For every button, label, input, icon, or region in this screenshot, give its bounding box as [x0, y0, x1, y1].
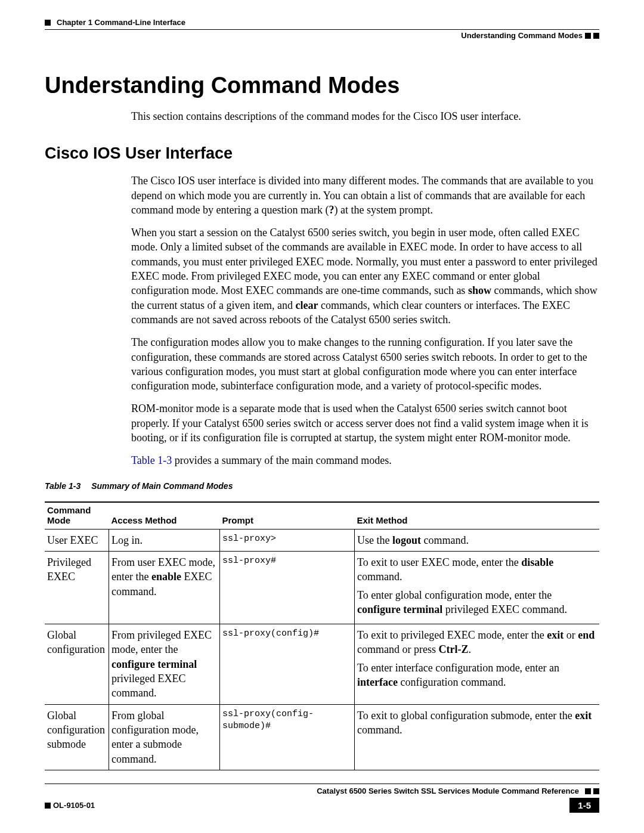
table-link[interactable]: Table 1-3 — [131, 454, 172, 466]
paragraph-1: The Cisco IOS user interface is divided … — [45, 174, 599, 217]
table-row: Privileged EXEC From user EXEC mode, ent… — [45, 551, 599, 624]
paragraph-4: ROM-monitor mode is a separate mode that… — [45, 401, 599, 445]
header-chapter: Chapter 1 Command-Line Interface — [57, 18, 185, 27]
intro-text: This section contains descriptions of th… — [45, 109, 599, 123]
th-mode: Command Mode — [45, 502, 109, 529]
table-row: Global configuration submode From global… — [45, 704, 599, 770]
table-row: User EXEC Log in. ssl-proxy> Use the log… — [45, 529, 599, 551]
paragraph-2: When you start a session on the Catalyst… — [45, 225, 599, 327]
page-title: Understanding Command Modes — [45, 73, 599, 98]
page-number: 1-5 — [569, 798, 599, 813]
header-section: Understanding Command Modes — [461, 31, 583, 40]
header-left: Chapter 1 Command-Line Interface — [45, 18, 599, 27]
command-modes-table: Command Mode Access Method Prompt Exit M… — [45, 501, 599, 770]
footer-title: Catalyst 6500 Series Switch SSL Services… — [317, 786, 579, 795]
header-right: Understanding Command Modes — [45, 31, 599, 40]
page-footer: Catalyst 6500 Series Switch SSL Services… — [45, 784, 599, 813]
table-row: Global configuration From privileged EXE… — [45, 624, 599, 704]
footer-doc-id: OL-9105-01 — [53, 801, 95, 810]
paragraph-3: The configuration modes allow you to mak… — [45, 335, 599, 393]
table-caption: Table 1-3Summary of Main Command Modes — [45, 481, 599, 491]
paragraph-5: Table 1-3 provides a summary of the main… — [45, 453, 599, 467]
section-heading: Cisco IOS User Interface — [45, 144, 599, 163]
th-exit: Exit Method — [355, 502, 600, 529]
th-access: Access Method — [109, 502, 220, 529]
th-prompt: Prompt — [220, 502, 355, 529]
